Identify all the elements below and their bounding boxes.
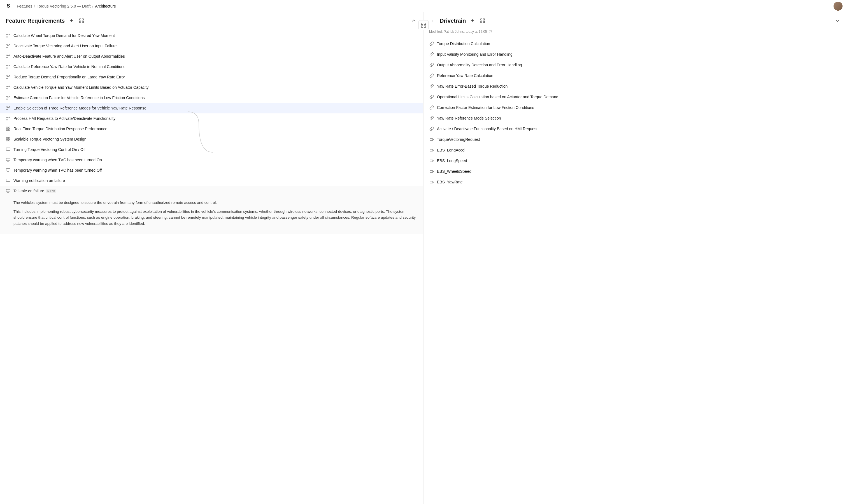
item-label: Auto-Deactivate Feature and Alert User o… — [14, 53, 418, 59]
right-list-item[interactable]: Yaw Rate Error-Based Torque Reduction — [423, 81, 847, 92]
svg-point-38 — [7, 120, 7, 121]
left-list-item[interactable]: Warning notification on failure — [0, 176, 423, 186]
left-list-item[interactable]: Temporary warning when TVC has been turn… — [0, 155, 423, 165]
left-list-item[interactable]: Temporary warning when TVC has been turn… — [0, 165, 423, 176]
left-list-item[interactable]: Enable Selection of Three Reference Mode… — [0, 103, 423, 113]
right-list-item[interactable]: EBS_WheelsSpeed — [423, 166, 847, 177]
link-icon — [429, 52, 434, 57]
item-label: Turning Torque Vectoring Control On / Of… — [14, 147, 418, 152]
right-add-button[interactable]: + — [469, 17, 476, 25]
svg-rect-75 — [430, 181, 433, 183]
svg-rect-67 — [481, 19, 482, 20]
svg-rect-71 — [430, 139, 433, 141]
left-list-item[interactable]: Scalable Torque Vectoring System Design — [0, 134, 423, 144]
link-icon — [429, 94, 434, 100]
svg-rect-64 — [424, 23, 426, 25]
left-list-item[interactable]: Calculate Wheel Torque Demand for Desire… — [0, 31, 423, 41]
left-list-item[interactable]: Auto-Deactivate Feature and Alert User o… — [0, 51, 423, 61]
svg-rect-41 — [9, 127, 10, 128]
right-list-item[interactable]: Torque Distribution Calculation — [423, 38, 847, 49]
left-list-item[interactable]: Calculate Reference Yaw Rate for Vehicle… — [0, 61, 423, 72]
item-label: Deactivate Torque Vectoring and Alert Us… — [14, 43, 418, 49]
app-logo[interactable]: S — [4, 2, 12, 10]
item-label: Calculate Wheel Torque Demand for Desire… — [14, 33, 418, 39]
right-collapse-button[interactable] — [833, 17, 842, 25]
collapse-icon — [412, 19, 416, 23]
left-list-item[interactable]: Process HMI Requests to Activate/Deactiv… — [0, 113, 423, 124]
svg-point-24 — [7, 86, 7, 87]
breadcrumb-sep-1: / — [34, 4, 35, 8]
svg-point-4 — [7, 34, 7, 35]
left-more-button[interactable]: ··· — [88, 17, 95, 25]
link-icon — [429, 62, 434, 68]
left-list-item[interactable]: Turning Torque Vectoring Control On / Of… — [0, 144, 423, 155]
svg-point-18 — [7, 68, 7, 69]
left-panel-header: Feature Requirements + ··· — [0, 12, 423, 28]
breadcrumb-project[interactable]: Torque Vectoring 2.5.0 — Draft — [37, 4, 90, 8]
center-divider — [418, 20, 429, 30]
right-list-item[interactable]: EBS_LongSpeed — [423, 156, 847, 166]
link-icon — [429, 126, 434, 131]
right-list-item[interactable]: Operational Limits Calculation based on … — [423, 92, 847, 102]
monitor-icon — [5, 168, 11, 173]
arrow-icon — [429, 147, 434, 152]
link-icon — [429, 73, 434, 78]
right-list-item[interactable]: Input Validity Monitoring and Error Hand… — [423, 49, 847, 60]
svg-rect-65 — [421, 26, 423, 28]
right-list-container: Torque Distribution Calculation Input Va… — [423, 36, 847, 504]
left-list-item[interactable]: Deactivate Torque Vectoring and Alert Us… — [0, 41, 423, 51]
left-collapse-button[interactable] — [410, 17, 418, 25]
right-back-button[interactable]: ← — [429, 17, 437, 25]
right-panel-title: Drivetrain — [440, 18, 466, 24]
right-item-label: Input Validity Monitoring and Error Hand… — [437, 52, 513, 57]
main-layout: Feature Requirements + ··· — [0, 12, 847, 504]
item-label: Warning notification on failure — [14, 178, 418, 184]
grid4-icon — [5, 137, 11, 142]
left-list-item[interactable]: Calculate Vehicle Torque and Yaw Moment … — [0, 82, 423, 93]
right-more-button[interactable]: ··· — [489, 17, 497, 25]
link-icon — [429, 41, 434, 46]
svg-point-32 — [7, 107, 7, 108]
right-item-label: TorqueVectoringRequest — [437, 137, 480, 142]
right-item-label: Correction Factor Estimation for Low Fri… — [437, 105, 534, 110]
fork-icon — [5, 95, 11, 100]
fork-icon — [5, 54, 11, 59]
left-list-item[interactable]: Estimate Correction Factor for Vehicle R… — [0, 93, 423, 103]
right-list-item[interactable]: Activate / Deactivate Functionality Base… — [423, 124, 847, 134]
item-badge: R17B — [46, 189, 57, 193]
center-grid-button[interactable] — [419, 20, 428, 30]
right-list-item[interactable]: Output Abnormality Detection and Error H… — [423, 60, 847, 70]
arrow-icon — [429, 169, 434, 174]
fork-icon — [5, 106, 11, 111]
svg-rect-46 — [6, 140, 8, 141]
left-list-item[interactable]: Tell-tale on failureR17B ··· — [0, 186, 423, 196]
right-list-item[interactable]: TorqueVectoringRequest — [423, 134, 847, 145]
left-list-item[interactable]: Reduce Torque Demand Proportionally on L… — [0, 72, 423, 82]
right-list-item[interactable]: EBS_LongAccel — [423, 145, 847, 156]
link-icon — [429, 105, 434, 110]
left-requirements-list: Calculate Wheel Torque Demand for Desire… — [0, 31, 423, 234]
panel-modified-info: Modified: Patrick Johns, today at 12:05 … — [423, 28, 847, 36]
svg-point-34 — [7, 109, 7, 110]
right-list-item[interactable]: Reference Yaw Rate Calculation — [423, 70, 847, 81]
svg-rect-73 — [430, 160, 433, 162]
breadcrumb: Features / Torque Vectoring 2.5.0 — Draf… — [17, 4, 116, 8]
svg-rect-69 — [481, 21, 482, 23]
left-add-button[interactable]: + — [68, 17, 75, 25]
item-label: Tell-tale on failureR17B — [14, 188, 418, 194]
monitor-icon — [5, 147, 11, 152]
right-list-item[interactable]: Yaw Rate Reference Mode Selection — [423, 113, 847, 124]
svg-rect-70 — [483, 21, 484, 23]
user-avatar[interactable] — [833, 2, 843, 11]
right-list-item[interactable]: EBS_YawRate — [423, 177, 847, 187]
right-list-item[interactable]: Correction Factor Estimation for Low Fri… — [423, 102, 847, 113]
modified-text: Modified: Patrick Johns, today at 12:05 — [429, 30, 487, 34]
arrow-icon — [429, 137, 434, 142]
fork-icon — [5, 74, 11, 79]
monitor-icon — [5, 178, 11, 183]
breadcrumb-features[interactable]: Features — [17, 4, 32, 8]
left-list-item[interactable]: Real-Time Torque Distribution Response P… — [0, 124, 423, 134]
left-expand-button[interactable] — [77, 17, 85, 25]
svg-point-30 — [7, 99, 7, 100]
right-expand-button[interactable] — [479, 17, 487, 25]
